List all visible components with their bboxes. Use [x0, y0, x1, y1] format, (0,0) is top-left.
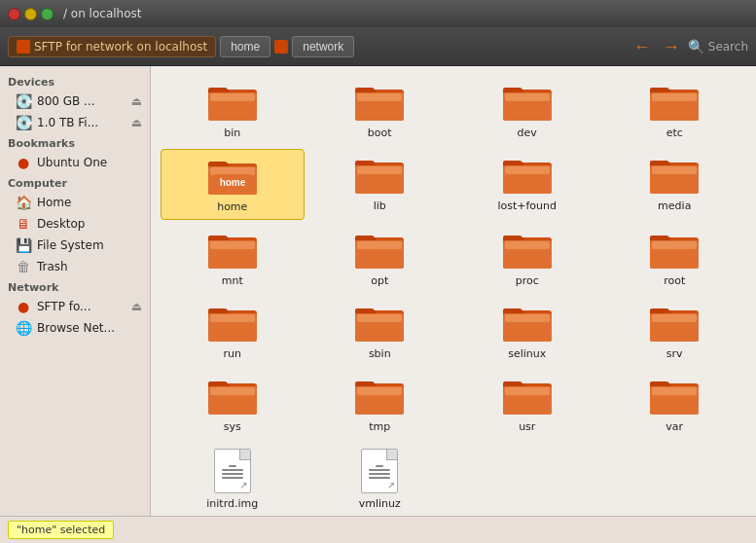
sidebar-item-ubuntu-one[interactable]: ● Ubuntu One [0, 152, 150, 173]
maximize-button[interactable] [41, 8, 54, 20]
file-initrd-img[interactable]: ↗initrd.img [161, 443, 305, 516]
sidebar-label-1tb: 1.0 TB Fi... [37, 116, 98, 129]
folder-bin[interactable]: bin [161, 76, 305, 145]
folder-label-lib: lib [374, 199, 386, 212]
sftp-tab[interactable]: SFTP for network on localhost [8, 36, 216, 57]
network-icon [274, 40, 288, 54]
folder-icon-dev [502, 82, 553, 123]
folder-icon-bin [207, 82, 258, 123]
back-button[interactable]: ← [630, 38, 655, 55]
close-button[interactable] [8, 8, 20, 20]
folder-label-media: media [658, 199, 691, 212]
browse-network-icon: 🌐 [16, 320, 31, 336]
folder-usr[interactable]: usr [455, 370, 599, 439]
folder-run[interactable]: run [161, 297, 305, 366]
folder-label-srv: srv [666, 347, 683, 360]
file-label-initrd-img: initrd.img [206, 497, 258, 510]
folder-opt[interactable]: opt [308, 224, 452, 293]
home-icon: 🏠 [16, 195, 31, 210]
sidebar: Devices 💽 800 GB ... ⏏ 💽 1.0 TB Fi... ⏏ … [0, 66, 151, 516]
sidebar-label-desktop: Desktop [37, 217, 86, 231]
trash-icon: 🗑 [16, 259, 31, 274]
sidebar-item-desktop[interactable]: 🖥 Desktop [0, 213, 150, 235]
sidebar-label-sftp: SFTP fo... [37, 300, 91, 313]
folder-proc[interactable]: proc [455, 224, 599, 293]
folder-icon-srv [649, 303, 700, 344]
filesystem-icon: 💾 [16, 237, 31, 253]
sidebar-section-bookmarks: Bookmarks [0, 133, 150, 152]
folder-label-home: home [217, 200, 247, 213]
title-bar: / on localhost [0, 0, 756, 27]
sidebar-item-1tb[interactable]: 💽 1.0 TB Fi... ⏏ [0, 112, 150, 133]
folder-label-opt: opt [371, 274, 388, 287]
folder-selinux[interactable]: selinux [455, 297, 599, 366]
folder-lost+found[interactable]: lost+found [455, 149, 599, 220]
svg-rect-2 [210, 93, 255, 101]
svg-text:home: home [219, 177, 245, 188]
sidebar-item-sftp[interactable]: ● SFTP fo... ⏏ [0, 296, 150, 317]
folder-mnt[interactable]: mnt [161, 224, 305, 293]
file-icon-initrd-img: ↗ [214, 449, 251, 493]
folder-sys[interactable]: sys [161, 370, 305, 439]
folder-srv[interactable]: srv [603, 297, 747, 366]
sidebar-label-ubuntu-one: Ubuntu One [37, 156, 107, 169]
svg-rect-19 [357, 166, 402, 174]
eject-icon-1tb[interactable]: ⏏ [131, 116, 142, 129]
folder-root[interactable]: root [603, 224, 747, 293]
folder-var[interactable]: var [603, 370, 747, 439]
sidebar-item-filesystem[interactable]: 💾 File System [0, 235, 150, 256]
folder-tmp[interactable]: tmp [308, 370, 452, 439]
sidebar-section-computer: Computer [0, 173, 150, 192]
disk-icon: 💽 [16, 93, 31, 109]
svg-rect-22 [505, 166, 550, 174]
sidebar-item-browse-net[interactable]: 🌐 Browse Net... [0, 317, 150, 339]
sftp-icon: ● [16, 299, 31, 314]
svg-rect-8 [505, 93, 550, 101]
svg-rect-37 [652, 241, 697, 249]
folder-etc[interactable]: etc [603, 76, 747, 145]
svg-rect-5 [357, 93, 402, 101]
breadcrumb-home[interactable]: home [220, 36, 270, 57]
file-grid: binbootdevetchomehomeliblost+foundmediam… [161, 76, 746, 516]
search-area: 🔍 Search [688, 39, 748, 54]
folder-boot[interactable]: boot [308, 76, 452, 145]
svg-rect-49 [652, 314, 697, 322]
file-area: binbootdevetchomehomeliblost+foundmediam… [151, 66, 756, 516]
folder-icon-var [649, 376, 700, 416]
svg-rect-28 [210, 241, 255, 249]
folder-dev[interactable]: dev [455, 76, 599, 145]
folder-icon-tmp [354, 376, 405, 416]
search-icon: 🔍 [688, 39, 704, 54]
folder-lib[interactable]: lib [308, 149, 452, 220]
sidebar-label-browse-net: Browse Net... [37, 321, 115, 335]
svg-rect-61 [652, 387, 697, 395]
folder-icon-lost+found [502, 155, 553, 196]
sidebar-item-trash[interactable]: 🗑 Trash [0, 256, 150, 277]
minimize-button[interactable] [24, 8, 37, 20]
folder-sbin[interactable]: sbin [308, 297, 452, 366]
folder-label-tmp: tmp [369, 420, 390, 433]
svg-rect-55 [357, 387, 402, 395]
folder-media[interactable]: media [603, 149, 747, 220]
forward-button[interactable]: → [659, 38, 684, 55]
sidebar-item-800gb[interactable]: 💽 800 GB ... ⏏ [0, 90, 150, 112]
folder-label-etc: etc [666, 127, 683, 139]
folder-home[interactable]: homehome [161, 149, 305, 220]
breadcrumb-network[interactable]: network [292, 36, 354, 57]
eject-icon-800gb[interactable]: ⏏ [131, 94, 142, 108]
eject-icon-sftp[interactable]: ⏏ [131, 300, 142, 313]
svg-rect-43 [357, 314, 402, 322]
svg-rect-14 [210, 167, 255, 175]
file-vmlinuz[interactable]: ↗vmlinuz [308, 443, 452, 516]
folder-label-boot: boot [368, 127, 392, 139]
svg-rect-11 [652, 93, 697, 101]
window-controls [8, 8, 54, 20]
folder-label-selinux: selinux [508, 347, 546, 360]
sidebar-section-devices: Devices [0, 72, 150, 90]
folder-icon-home: home [207, 156, 258, 197]
folder-icon-root [649, 230, 700, 271]
sidebar-item-home[interactable]: 🏠 Home [0, 192, 150, 213]
folder-icon-sys [207, 376, 258, 416]
svg-rect-46 [505, 314, 550, 322]
breadcrumb-network-container: network [274, 36, 354, 57]
